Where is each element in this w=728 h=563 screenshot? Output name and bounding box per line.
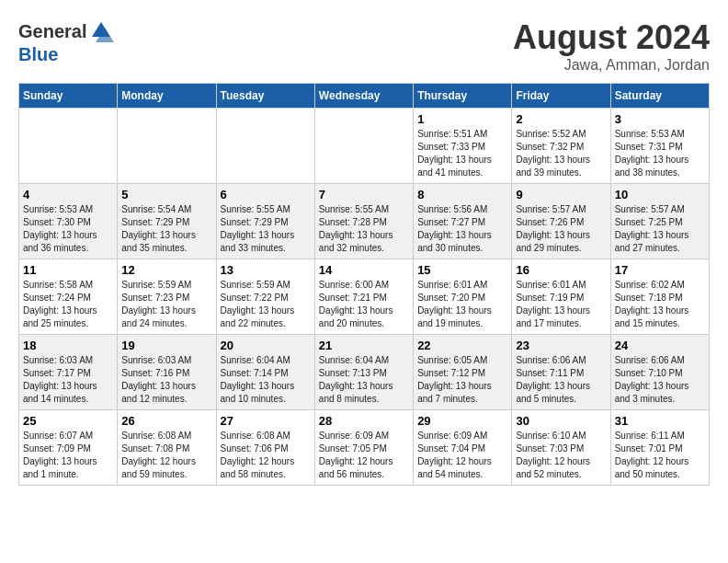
day-number: 5 (121, 188, 211, 201)
day-header-saturday: Saturday (610, 84, 709, 109)
day-number: 28 (319, 414, 409, 428)
title-block: August 2024 Jawa, Amman, Jordan (513, 18, 710, 74)
day-cell: 30Sunrise: 6:10 AM Sunset: 7:03 PM Dayli… (512, 410, 610, 486)
day-number: 17 (615, 263, 705, 277)
day-cell: 23Sunrise: 6:06 AM Sunset: 7:11 PM Dayli… (512, 335, 610, 410)
logo-general: General (18, 21, 86, 42)
day-info: Sunrise: 5:51 AM Sunset: 7:33 PM Dayligh… (417, 128, 507, 179)
day-cell: 11Sunrise: 5:58 AM Sunset: 7:24 PM Dayli… (19, 259, 118, 335)
day-header-thursday: Thursday (414, 84, 512, 109)
day-info: Sunrise: 6:04 AM Sunset: 7:13 PM Dayligh… (319, 354, 409, 406)
day-number: 22 (417, 339, 507, 352)
calendar-table: SundayMondayTuesdayWednesdayThursdayFrid… (18, 83, 710, 486)
calendar-body: 1Sunrise: 5:51 AM Sunset: 7:33 PM Daylig… (19, 109, 710, 486)
day-info: Sunrise: 5:55 AM Sunset: 7:29 PM Dayligh… (221, 203, 311, 255)
day-number: 26 (121, 414, 211, 428)
day-cell: 25Sunrise: 6:07 AM Sunset: 7:09 PM Dayli… (19, 410, 118, 486)
day-cell (216, 109, 314, 184)
day-info: Sunrise: 6:04 AM Sunset: 7:14 PM Dayligh… (221, 354, 311, 406)
day-cell: 8Sunrise: 5:56 AM Sunset: 7:27 PM Daylig… (414, 184, 512, 259)
day-number: 18 (23, 339, 113, 352)
day-info: Sunrise: 5:52 AM Sunset: 7:32 PM Dayligh… (516, 128, 606, 179)
calendar-header: SundayMondayTuesdayWednesdayThursdayFrid… (19, 84, 710, 109)
day-info: Sunrise: 5:55 AM Sunset: 7:28 PM Dayligh… (319, 203, 409, 255)
day-number: 23 (516, 339, 606, 352)
day-cell: 14Sunrise: 6:00 AM Sunset: 7:21 PM Dayli… (314, 259, 413, 335)
day-number: 16 (516, 263, 606, 277)
day-info: Sunrise: 6:05 AM Sunset: 7:12 PM Dayligh… (417, 354, 507, 406)
day-cell: 29Sunrise: 6:09 AM Sunset: 7:04 PM Dayli… (414, 410, 512, 486)
month-year-title: August 2024 (513, 18, 710, 57)
day-cell: 18Sunrise: 6:03 AM Sunset: 7:17 PM Dayli… (19, 335, 118, 410)
day-cell: 12Sunrise: 5:59 AM Sunset: 7:23 PM Dayli… (118, 259, 216, 335)
day-number: 30 (516, 414, 606, 428)
day-info: Sunrise: 6:06 AM Sunset: 7:10 PM Dayligh… (615, 354, 705, 406)
day-cell: 15Sunrise: 6:01 AM Sunset: 7:20 PM Dayli… (414, 259, 512, 335)
day-info: Sunrise: 5:57 AM Sunset: 7:26 PM Dayligh… (516, 203, 606, 255)
day-number: 19 (121, 339, 211, 352)
day-number: 14 (319, 263, 409, 277)
day-info: Sunrise: 6:08 AM Sunset: 7:08 PM Dayligh… (121, 430, 211, 481)
week-row-1: 1Sunrise: 5:51 AM Sunset: 7:33 PM Daylig… (19, 109, 710, 184)
day-info: Sunrise: 5:57 AM Sunset: 7:25 PM Dayligh… (615, 203, 705, 255)
day-info: Sunrise: 6:02 AM Sunset: 7:18 PM Dayligh… (615, 279, 705, 330)
day-header-monday: Monday (118, 84, 216, 109)
day-cell: 2Sunrise: 5:52 AM Sunset: 7:32 PM Daylig… (512, 109, 610, 184)
day-cell: 28Sunrise: 6:09 AM Sunset: 7:05 PM Dayli… (314, 410, 413, 486)
day-number: 29 (417, 414, 507, 428)
day-header-sunday: Sunday (19, 84, 118, 109)
week-row-2: 4Sunrise: 5:53 AM Sunset: 7:30 PM Daylig… (19, 184, 710, 259)
day-number: 1 (417, 112, 507, 126)
day-info: Sunrise: 5:59 AM Sunset: 7:22 PM Dayligh… (221, 279, 311, 330)
day-cell: 7Sunrise: 5:55 AM Sunset: 7:28 PM Daylig… (314, 184, 413, 259)
logo-text: General Blue (18, 18, 116, 65)
day-header-friday: Friday (512, 84, 610, 109)
day-cell: 27Sunrise: 6:08 AM Sunset: 7:06 PM Dayli… (216, 410, 314, 486)
day-number: 8 (417, 188, 507, 201)
day-cell: 10Sunrise: 5:57 AM Sunset: 7:25 PM Dayli… (610, 184, 709, 259)
page-header: General Blue August 2024 Jawa, Amman, Jo… (18, 18, 710, 74)
day-number: 6 (221, 188, 311, 201)
day-info: Sunrise: 6:01 AM Sunset: 7:19 PM Dayligh… (516, 279, 606, 330)
day-info: Sunrise: 5:56 AM Sunset: 7:27 PM Dayligh… (417, 203, 507, 255)
day-number: 12 (121, 263, 211, 277)
day-info: Sunrise: 6:09 AM Sunset: 7:05 PM Dayligh… (319, 430, 409, 481)
day-cell: 6Sunrise: 5:55 AM Sunset: 7:29 PM Daylig… (216, 184, 314, 259)
header-row: SundayMondayTuesdayWednesdayThursdayFrid… (19, 84, 710, 109)
logo: General Blue (18, 18, 116, 65)
day-cell (118, 109, 216, 184)
day-number: 27 (221, 414, 311, 428)
day-info: Sunrise: 5:53 AM Sunset: 7:31 PM Dayligh… (615, 128, 705, 179)
day-number: 25 (23, 414, 113, 428)
day-info: Sunrise: 6:07 AM Sunset: 7:09 PM Dayligh… (23, 430, 113, 481)
week-row-4: 18Sunrise: 6:03 AM Sunset: 7:17 PM Dayli… (19, 335, 710, 410)
day-cell (19, 109, 118, 184)
day-cell: 16Sunrise: 6:01 AM Sunset: 7:19 PM Dayli… (512, 259, 610, 335)
day-cell: 4Sunrise: 5:53 AM Sunset: 7:30 PM Daylig… (19, 184, 118, 259)
day-number: 20 (221, 339, 311, 352)
day-cell: 13Sunrise: 5:59 AM Sunset: 7:22 PM Dayli… (216, 259, 314, 335)
day-info: Sunrise: 5:59 AM Sunset: 7:23 PM Dayligh… (121, 279, 211, 330)
day-info: Sunrise: 6:10 AM Sunset: 7:03 PM Dayligh… (516, 430, 606, 481)
day-number: 21 (319, 339, 409, 352)
day-info: Sunrise: 6:01 AM Sunset: 7:20 PM Dayligh… (417, 279, 507, 330)
day-info: Sunrise: 6:09 AM Sunset: 7:04 PM Dayligh… (417, 430, 507, 481)
week-row-5: 25Sunrise: 6:07 AM Sunset: 7:09 PM Dayli… (19, 410, 710, 486)
day-number: 24 (615, 339, 705, 352)
day-cell: 24Sunrise: 6:06 AM Sunset: 7:10 PM Dayli… (610, 335, 709, 410)
logo-icon (88, 18, 114, 44)
day-cell: 9Sunrise: 5:57 AM Sunset: 7:26 PM Daylig… (512, 184, 610, 259)
day-info: Sunrise: 6:03 AM Sunset: 7:17 PM Dayligh… (23, 354, 113, 406)
day-number: 11 (23, 263, 113, 277)
day-cell: 22Sunrise: 6:05 AM Sunset: 7:12 PM Dayli… (414, 335, 512, 410)
day-cell: 3Sunrise: 5:53 AM Sunset: 7:31 PM Daylig… (610, 109, 709, 184)
day-number: 4 (23, 188, 113, 201)
day-cell: 1Sunrise: 5:51 AM Sunset: 7:33 PM Daylig… (414, 109, 512, 184)
logo-blue: Blue (18, 44, 58, 64)
day-cell: 5Sunrise: 5:54 AM Sunset: 7:29 PM Daylig… (118, 184, 216, 259)
day-number: 31 (615, 414, 705, 428)
day-info: Sunrise: 6:11 AM Sunset: 7:01 PM Dayligh… (615, 430, 705, 481)
day-cell: 31Sunrise: 6:11 AM Sunset: 7:01 PM Dayli… (610, 410, 709, 486)
day-cell: 21Sunrise: 6:04 AM Sunset: 7:13 PM Dayli… (314, 335, 413, 410)
day-number: 15 (417, 263, 507, 277)
